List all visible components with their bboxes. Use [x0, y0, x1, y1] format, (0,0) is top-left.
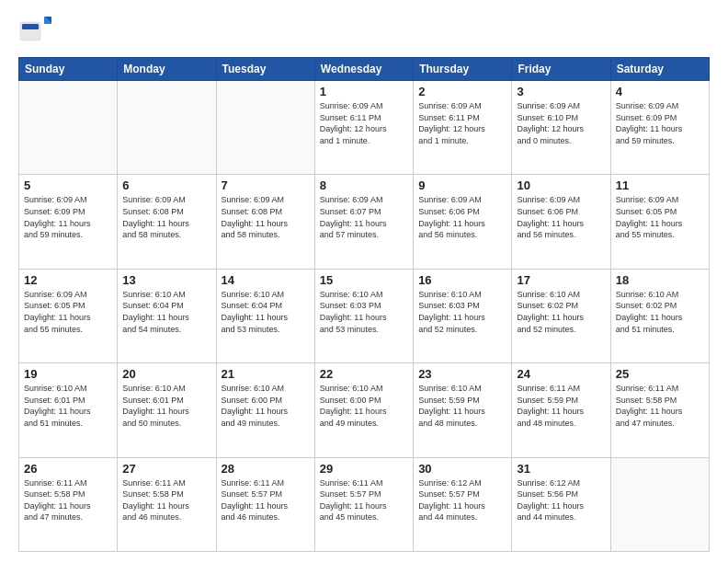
calendar-cell: 8Sunrise: 6:09 AM Sunset: 6:07 PM Daylig… [314, 175, 413, 269]
calendar-cell: 7Sunrise: 6:09 AM Sunset: 6:08 PM Daylig… [216, 175, 314, 269]
day-number: 3 [517, 85, 605, 98]
day-info: Sunrise: 6:09 AM Sunset: 6:05 PM Dayligh… [24, 289, 112, 335]
calendar-cell: 17Sunrise: 6:10 AM Sunset: 6:02 PM Dayli… [512, 269, 610, 362]
calendar-cell: 4Sunrise: 6:09 AM Sunset: 6:09 PM Daylig… [610, 81, 709, 175]
calendar-header-thursday: Thursday [414, 58, 512, 81]
calendar-cell: 23Sunrise: 6:10 AM Sunset: 5:59 PM Dayli… [414, 363, 512, 457]
day-info: Sunrise: 6:09 AM Sunset: 6:06 PM Dayligh… [418, 194, 506, 240]
day-info: Sunrise: 6:11 AM Sunset: 5:57 PM Dayligh… [320, 477, 408, 523]
day-number: 17 [517, 273, 605, 287]
day-info: Sunrise: 6:10 AM Sunset: 6:04 PM Dayligh… [122, 289, 210, 335]
day-info: Sunrise: 6:10 AM Sunset: 6:03 PM Dayligh… [320, 289, 408, 335]
calendar-cell: 25Sunrise: 6:11 AM Sunset: 5:58 PM Dayli… [610, 363, 709, 457]
day-info: Sunrise: 6:09 AM Sunset: 6:07 PM Dayligh… [320, 194, 408, 240]
calendar-week-1: 1Sunrise: 6:09 AM Sunset: 6:11 PM Daylig… [19, 81, 710, 175]
day-number: 15 [320, 273, 408, 287]
day-info: Sunrise: 6:10 AM Sunset: 5:59 PM Dayligh… [418, 383, 506, 429]
day-info: Sunrise: 6:10 AM Sunset: 6:02 PM Dayligh… [517, 289, 605, 335]
day-info: Sunrise: 6:11 AM Sunset: 5:59 PM Dayligh… [517, 383, 605, 429]
calendar-cell: 16Sunrise: 6:10 AM Sunset: 6:03 PM Dayli… [414, 269, 512, 362]
calendar-cell: 28Sunrise: 6:11 AM Sunset: 5:57 PM Dayli… [216, 457, 314, 551]
day-info: Sunrise: 6:10 AM Sunset: 6:00 PM Dayligh… [222, 383, 310, 429]
calendar-cell [118, 81, 216, 175]
calendar-header-tuesday: Tuesday [216, 58, 314, 81]
day-number: 31 [517, 462, 605, 476]
calendar-cell: 29Sunrise: 6:11 AM Sunset: 5:57 PM Dayli… [314, 457, 413, 551]
calendar-header-monday: Monday [118, 58, 216, 81]
day-info: Sunrise: 6:09 AM Sunset: 6:05 PM Dayligh… [616, 194, 704, 240]
day-number: 28 [222, 462, 310, 476]
calendar-cell: 18Sunrise: 6:10 AM Sunset: 6:02 PM Dayli… [610, 269, 709, 362]
calendar-cell: 2Sunrise: 6:09 AM Sunset: 6:11 PM Daylig… [414, 81, 512, 175]
calendar-cell: 24Sunrise: 6:11 AM Sunset: 5:59 PM Dayli… [512, 363, 610, 457]
day-info: Sunrise: 6:09 AM Sunset: 6:06 PM Dayligh… [517, 194, 605, 240]
day-number: 16 [418, 273, 506, 287]
day-number: 30 [418, 462, 506, 476]
calendar-cell: 10Sunrise: 6:09 AM Sunset: 6:06 PM Dayli… [512, 175, 610, 269]
day-info: Sunrise: 6:10 AM Sunset: 6:02 PM Dayligh… [616, 289, 704, 335]
day-number: 23 [418, 367, 506, 381]
day-number: 14 [222, 273, 310, 287]
calendar-cell: 12Sunrise: 6:09 AM Sunset: 6:05 PM Dayli… [19, 269, 118, 362]
day-info: Sunrise: 6:10 AM Sunset: 6:01 PM Dayligh… [122, 383, 210, 429]
calendar-cell: 19Sunrise: 6:10 AM Sunset: 6:01 PM Dayli… [19, 363, 118, 457]
day-info: Sunrise: 6:09 AM Sunset: 6:10 PM Dayligh… [517, 100, 605, 146]
day-info: Sunrise: 6:12 AM Sunset: 5:57 PM Dayligh… [418, 477, 506, 523]
calendar-table: SundayMondayTuesdayWednesdayThursdayFrid… [18, 57, 710, 552]
calendar-cell: 1Sunrise: 6:09 AM Sunset: 6:11 PM Daylig… [314, 81, 413, 175]
calendar-cell [610, 457, 709, 551]
day-number: 26 [24, 462, 112, 476]
day-number: 25 [616, 367, 704, 381]
day-number: 4 [616, 85, 704, 98]
day-number: 24 [517, 367, 605, 381]
calendar-cell: 13Sunrise: 6:10 AM Sunset: 6:04 PM Dayli… [118, 269, 216, 362]
day-number: 1 [320, 85, 408, 98]
calendar-week-5: 26Sunrise: 6:11 AM Sunset: 5:58 PM Dayli… [19, 457, 710, 551]
calendar-header-friday: Friday [512, 58, 610, 81]
day-info: Sunrise: 6:10 AM Sunset: 6:03 PM Dayligh… [418, 289, 506, 335]
calendar-week-4: 19Sunrise: 6:10 AM Sunset: 6:01 PM Dayli… [19, 363, 710, 457]
calendar-cell: 15Sunrise: 6:10 AM Sunset: 6:03 PM Dayli… [314, 269, 413, 362]
day-info: Sunrise: 6:11 AM Sunset: 5:58 PM Dayligh… [24, 477, 112, 523]
header [18, 15, 710, 48]
day-number: 18 [616, 273, 704, 287]
day-number: 21 [222, 367, 310, 381]
calendar-cell: 30Sunrise: 6:12 AM Sunset: 5:57 PM Dayli… [414, 457, 512, 551]
calendar-cell: 27Sunrise: 6:11 AM Sunset: 5:58 PM Dayli… [118, 457, 216, 551]
calendar-header-wednesday: Wednesday [314, 58, 413, 81]
day-number: 13 [122, 273, 210, 287]
page: SundayMondayTuesdayWednesdayThursdayFrid… [0, 0, 728, 563]
calendar-week-3: 12Sunrise: 6:09 AM Sunset: 6:05 PM Dayli… [19, 269, 710, 362]
day-number: 11 [616, 178, 704, 192]
calendar-cell: 31Sunrise: 6:12 AM Sunset: 5:56 PM Dayli… [512, 457, 610, 551]
day-number: 8 [320, 178, 408, 192]
calendar-cell: 3Sunrise: 6:09 AM Sunset: 6:10 PM Daylig… [512, 81, 610, 175]
calendar-cell: 14Sunrise: 6:10 AM Sunset: 6:04 PM Dayli… [216, 269, 314, 362]
calendar-cell: 9Sunrise: 6:09 AM Sunset: 6:06 PM Daylig… [414, 175, 512, 269]
day-number: 6 [122, 178, 210, 192]
day-number: 7 [222, 178, 310, 192]
calendar-header-sunday: Sunday [19, 58, 118, 81]
day-number: 20 [122, 367, 210, 381]
day-info: Sunrise: 6:10 AM Sunset: 6:00 PM Dayligh… [320, 383, 408, 429]
day-number: 29 [320, 462, 408, 476]
day-info: Sunrise: 6:09 AM Sunset: 6:09 PM Dayligh… [616, 100, 704, 146]
calendar-cell: 5Sunrise: 6:09 AM Sunset: 6:09 PM Daylig… [19, 175, 118, 269]
day-number: 12 [24, 273, 112, 287]
day-info: Sunrise: 6:09 AM Sunset: 6:09 PM Dayligh… [24, 194, 112, 240]
calendar-cell: 11Sunrise: 6:09 AM Sunset: 6:05 PM Dayli… [610, 175, 709, 269]
calendar-cell: 26Sunrise: 6:11 AM Sunset: 5:58 PM Dayli… [19, 457, 118, 551]
day-number: 2 [418, 85, 506, 98]
calendar-cell: 6Sunrise: 6:09 AM Sunset: 6:08 PM Daylig… [118, 175, 216, 269]
day-number: 9 [418, 178, 506, 192]
day-info: Sunrise: 6:10 AM Sunset: 6:01 PM Dayligh… [24, 383, 112, 429]
day-info: Sunrise: 6:12 AM Sunset: 5:56 PM Dayligh… [517, 477, 605, 523]
calendar-cell: 21Sunrise: 6:10 AM Sunset: 6:00 PM Dayli… [216, 363, 314, 457]
logo [18, 15, 53, 48]
calendar-header-saturday: Saturday [610, 58, 709, 81]
day-number: 27 [122, 462, 210, 476]
day-info: Sunrise: 6:11 AM Sunset: 5:58 PM Dayligh… [122, 477, 210, 523]
day-info: Sunrise: 6:09 AM Sunset: 6:11 PM Dayligh… [320, 100, 408, 146]
day-number: 19 [24, 367, 112, 381]
calendar-week-2: 5Sunrise: 6:09 AM Sunset: 6:09 PM Daylig… [19, 175, 710, 269]
